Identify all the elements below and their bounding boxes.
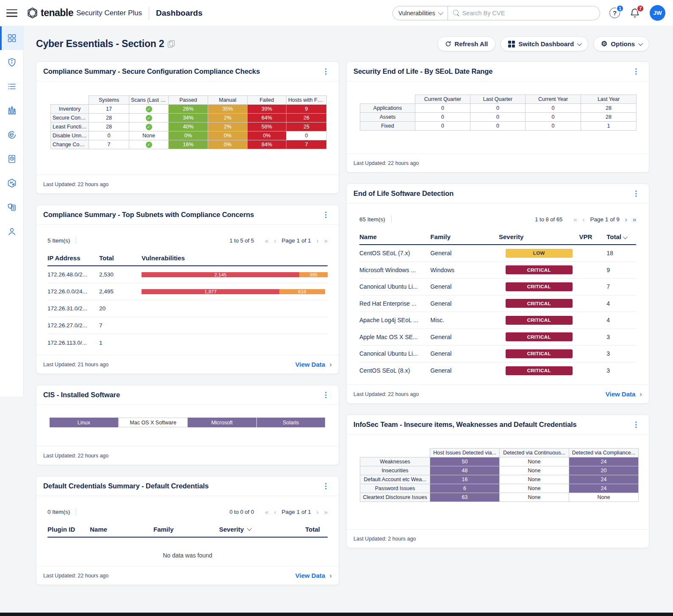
chevron-right-icon: › [640,390,642,399]
sidebar-item-analytics[interactable] [0,99,24,123]
eol-row[interactable]: CentOS SEoL (8.x)General CRITICAL 3 [359,362,636,379]
table-header-row: Systems Scans (Last 7... Passed Manual F… [51,96,327,105]
kebab-menu-icon[interactable]: ⋮ [630,66,642,77]
first-page-icon[interactable]: « [265,237,268,244]
last-updated: Last Updated: 22 hours ago [43,453,108,459]
segment-linux[interactable]: Linux [50,418,119,427]
sidebar-item-assets-inventory[interactable] [0,171,24,195]
hexagon-assets-icon [7,178,17,188]
table-row[interactable]: Assets00028 [360,113,637,122]
subnet-row[interactable]: 172.26.48.0/2... 2,530 2,145385 [47,266,328,283]
item-count: 5 Item(s) [47,237,70,244]
table-row[interactable]: Secure Confi...28 ✓ 34%2% 64%26 [51,114,327,123]
table-row[interactable]: Password Issues6None24 [360,484,639,493]
kebab-menu-icon[interactable]: ⋮ [320,209,332,220]
search-scope-dropdown[interactable]: Vulnerabilities [393,6,448,20]
kebab-menu-icon[interactable]: ⋮ [320,390,332,400]
next-page-icon[interactable]: › [317,237,319,244]
last-page-icon[interactable]: » [324,508,328,516]
copy-icon[interactable] [168,40,174,47]
next-page-icon[interactable]: › [317,508,319,516]
table-row[interactable]: Least Functio...28 ✓ 40%2% 58%25 [51,123,327,131]
severity-badge: LOW [506,249,573,258]
eol-row[interactable]: Apache Log4j SEoL ...Misc. CRITICAL 4 [359,312,636,329]
last-updated: Last Updated: 22 hours ago [43,573,108,579]
last-page-icon[interactable]: » [633,216,636,223]
list-header: Plugin ID Name Family Severity Total [47,521,328,538]
switch-dashboard-button[interactable]: Switch Dashboard [501,36,588,51]
table-row[interactable]: Applications00028 [360,104,637,113]
kebab-menu-icon[interactable]: ⋮ [630,188,642,199]
eol-row[interactable]: Microsoft Windows ...Windows CRITICAL 9 [359,262,636,279]
first-page-icon[interactable]: « [265,508,268,516]
refresh-icon [445,41,451,47]
item-count: 65 Item(s) [359,216,385,223]
sidebar-item-policies[interactable] [0,195,24,219]
segment-solaris[interactable]: Solaris [257,418,326,427]
table-row[interactable]: Cleartext Disclosure Issues63NoneNone [360,493,639,502]
search-scope-label: Vulnerabilities [398,10,435,17]
subnet-row[interactable]: 172.26.113.0/... 1 [47,334,328,351]
total-sort-header[interactable]: Total [606,233,636,240]
kebab-menu-icon[interactable]: ⋮ [320,66,332,77]
kebab-menu-icon[interactable]: ⋮ [320,481,332,491]
panel-compliance-checks: Compliance Summary - Secure Configuratio… [36,61,339,194]
hamburger-menu-icon[interactable] [6,9,17,17]
eol-row[interactable]: Red Hat Enterprise ...General CRITICAL 4 [359,295,636,312]
help-button[interactable]: ? 1 [609,8,620,18]
last-page-icon[interactable]: » [324,237,328,244]
eol-row[interactable]: Canonical Ubuntu Li...General CRITICAL 3 [359,346,636,362]
first-page-icon[interactable]: « [573,216,577,223]
sidebar-item-scans[interactable] [0,123,24,147]
table-row[interactable]: Disable Unne...0 None 0%0% 0%0 [51,131,327,140]
brand-name: tenable [41,7,73,19]
view-data-link[interactable]: View Data› [606,390,642,399]
sidebar-item-users[interactable] [0,220,24,243]
notifications-button[interactable]: 7 [629,8,640,19]
prev-page-icon[interactable]: ‹ [274,508,276,516]
table-row[interactable]: Default Account etc Wea...16None24 [360,475,639,484]
last-updated: Last Updated: 21 hours ago [43,362,108,368]
last-updated: Last Updated: 22 hours ago [43,181,108,187]
subnet-row[interactable]: 172.26.27.0/2... 7 [47,317,328,334]
sidebar-item-findings[interactable] [0,75,24,98]
view-data-link[interactable]: View Data› [295,571,332,580]
panel-title: Compliance Summary - Secure Configuratio… [43,67,260,75]
options-button[interactable]: ⚙ Options [593,36,649,51]
table-row[interactable]: Inventory17 ✓ 26%35% 39%9 [51,105,327,114]
table-row[interactable]: Fixed0001 [360,122,637,131]
search-icon [453,10,460,17]
panel-title: InfoSec Team - Insecure items, Weaknesse… [353,421,577,429]
prev-page-icon[interactable]: ‹ [583,216,585,223]
sidebar-item-host-assets[interactable] [0,50,24,74]
page-title: Cyber Essentials - Section 2 [36,38,174,50]
segment-macos[interactable]: Mac OS X Software [119,418,188,427]
table-row[interactable]: Change Control7 ✓ 16%0% 84%7 [51,140,327,149]
sidebar-item-dashboards[interactable] [0,26,24,50]
eol-row[interactable]: Canonical Ubuntu Li...General CRITICAL 7 [359,279,636,295]
kebab-menu-icon[interactable]: ⋮ [630,419,642,430]
severity-sort-header[interactable]: Severity [219,526,295,533]
next-page-icon[interactable]: › [625,216,627,223]
sidebar-item-reports[interactable] [0,147,24,171]
search-input[interactable] [460,10,600,17]
subnet-row[interactable]: 172.26.31.0/2... 20 [47,300,328,317]
eol-row[interactable]: CentOS SEoL (7.x)General LOW 18 [359,245,636,262]
table-row[interactable]: Insecurities48None20 [360,466,639,475]
avatar[interactable]: JW [650,5,665,21]
refresh-all-button[interactable]: Refresh All [437,36,496,51]
prev-page-icon[interactable]: ‹ [274,237,276,244]
subnet-row[interactable]: 172.26.0.0/24... 2,495 1,877618 [47,283,328,300]
panel-default-credentials: Default Credentials Summary - Default Cr… [36,476,339,585]
segment-microsoft[interactable]: Microsoft [188,418,257,427]
last-updated: Last Updated: 22 hours ago [353,160,419,166]
item-count: 0 Item(s) [47,509,70,515]
severity-badge: CRITICAL [506,332,573,341]
help-badge: 1 [616,5,624,12]
table-header-row: Current Quarter Last Quarter Current Yea… [360,95,637,104]
table-row[interactable]: Weaknesses50None24 [360,457,639,466]
list-icon [7,81,17,92]
severity-badge: CRITICAL [506,282,573,291]
eol-row[interactable]: Apple Mac OS X SE...General CRITICAL 3 [359,329,636,346]
view-data-link[interactable]: View Data› [295,360,332,369]
